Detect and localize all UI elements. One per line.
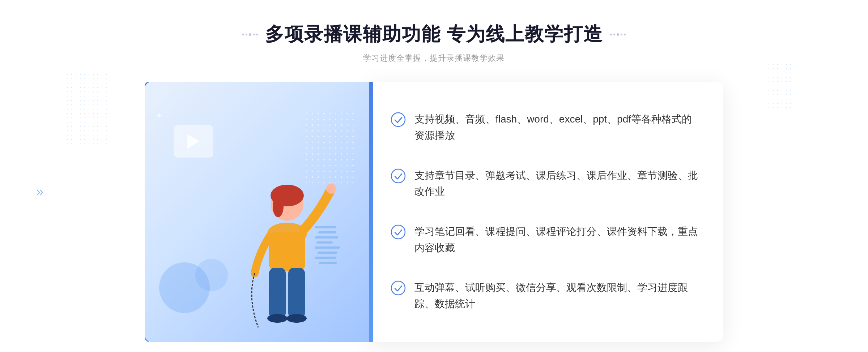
dot bbox=[246, 34, 247, 35]
title-dots-right bbox=[610, 33, 626, 36]
feature-text-3: 学习笔记回看、课程提问、课程评论打分、课件资料下载，重点内容收藏 bbox=[414, 224, 702, 256]
feature-item-3: 学习笔记回看、课程提问、课程评论打分、课件资料下载，重点内容收藏 bbox=[391, 214, 702, 267]
dots-decoration-left bbox=[65, 72, 109, 145]
dot-large bbox=[249, 33, 251, 36]
check-circle-icon-3 bbox=[391, 224, 406, 240]
illustration-card: ✦ bbox=[145, 82, 369, 342]
feature-text-4: 互动弹幕、试听购买、微信分享、观看次数限制、学习进度跟踪、数据统计 bbox=[414, 280, 702, 312]
page-wrapper: » 多项录播课辅助功能 专为线上教学打造 学习进度全掌握，提升录播课教学效果 bbox=[0, 0, 868, 352]
feature-item-4: 互动弹幕、试听购买、微信分享、观看次数限制、学习进度跟踪、数据统计 bbox=[391, 270, 702, 322]
check-circle-icon-2 bbox=[391, 168, 406, 184]
check-circle-icon-4 bbox=[391, 280, 406, 296]
dot bbox=[610, 34, 612, 35]
svg-point-5 bbox=[326, 184, 336, 194]
page-subtitle: 学习进度全掌握，提升录播课教学效果 bbox=[242, 53, 626, 64]
dot bbox=[253, 34, 255, 35]
title-dots-left bbox=[242, 33, 258, 36]
feature-item-1: 支持视频、音频、flash、word、excel、ppt、pdf等各种格式的资源… bbox=[391, 101, 702, 154]
feature-text-1: 支持视频、音频、flash、word、excel、ppt、pdf等各种格式的资源… bbox=[414, 111, 702, 144]
dots-decoration-right bbox=[767, 58, 796, 108]
dot bbox=[621, 34, 622, 35]
circle-2 bbox=[195, 259, 228, 291]
svg-rect-4 bbox=[269, 232, 305, 271]
svg-point-9 bbox=[286, 314, 307, 323]
play-bubble bbox=[174, 125, 217, 161]
svg-point-3 bbox=[273, 196, 284, 217]
svg-point-11 bbox=[391, 169, 405, 183]
svg-point-8 bbox=[267, 314, 288, 323]
check-circle-icon-1 bbox=[391, 112, 406, 127]
svg-point-12 bbox=[391, 225, 405, 239]
feature-item-2: 支持章节目录、弹题考试、课后练习、课后作业、章节测验、批改作业 bbox=[391, 158, 702, 211]
human-figure bbox=[237, 154, 338, 342]
svg-rect-7 bbox=[288, 268, 305, 318]
page-title: 多项录播课辅助功能 专为线上教学打造 bbox=[265, 22, 603, 47]
features-card: 支持视频、音频、flash、word、excel、ppt、pdf等各种格式的资源… bbox=[369, 82, 723, 342]
feature-text-2: 支持章节目录、弹题考试、课后练习、课后作业、章节测验、批改作业 bbox=[414, 168, 702, 200]
header-section: 多项录播课辅助功能 专为线上教学打造 学习进度全掌握，提升录播课教学效果 bbox=[242, 22, 626, 64]
play-bubble-bg bbox=[174, 125, 213, 158]
dot-large bbox=[617, 33, 619, 36]
dot bbox=[242, 34, 244, 35]
dot bbox=[624, 34, 626, 35]
svg-point-13 bbox=[391, 281, 405, 295]
title-row: 多项录播课辅助功能 专为线上教学打造 bbox=[242, 22, 626, 47]
chevron-decoration: » bbox=[36, 184, 43, 199]
dot bbox=[256, 34, 258, 35]
svg-point-10 bbox=[391, 113, 405, 126]
sparkle-icon: ✦ bbox=[156, 111, 163, 121]
play-icon bbox=[187, 134, 200, 149]
dot bbox=[613, 34, 615, 35]
svg-rect-6 bbox=[269, 268, 286, 318]
content-section: ✦ bbox=[145, 82, 723, 342]
